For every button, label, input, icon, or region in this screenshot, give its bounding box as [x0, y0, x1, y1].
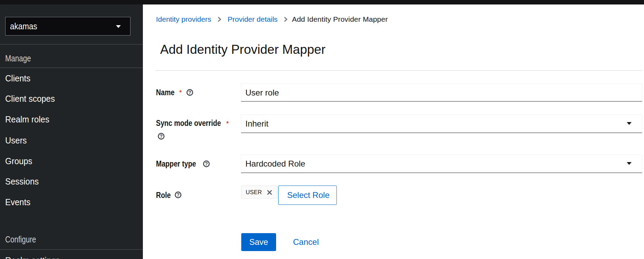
svg-text:?: ? — [177, 192, 180, 198]
svg-text:?: ? — [188, 90, 192, 95]
svg-text:?: ? — [160, 133, 163, 139]
svg-text:?: ? — [205, 161, 208, 167]
